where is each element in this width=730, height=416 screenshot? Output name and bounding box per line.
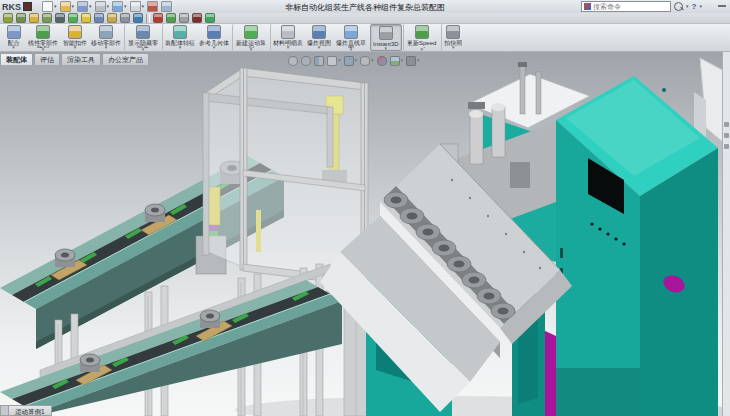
stats-icon[interactable] xyxy=(120,13,130,23)
motion-study-tab[interactable]: 运动算例1 xyxy=(9,405,52,416)
filter-vertices-icon[interactable] xyxy=(16,13,26,23)
options-icon[interactable] xyxy=(161,1,172,12)
view-orientation-icon[interactable]: ▾ xyxy=(327,56,341,66)
help-icon[interactable]: ? xyxy=(692,2,697,11)
section-properties-icon[interactable] xyxy=(94,13,104,23)
graphics-viewport[interactable]: 装配体评估渲染工具办公室产品 ▾ ▾ ▾ xyxy=(0,52,730,416)
standard-toolbar: ▾ ▾ ▾ ▾ ▾ ▾ xyxy=(42,1,172,12)
command-icon xyxy=(68,25,82,39)
view-settings-icon[interactable]: ▾ xyxy=(406,56,420,66)
equations-icon[interactable] xyxy=(55,13,65,23)
update-speedpak-button[interactable]: 更新Speedpak ▾ xyxy=(403,24,440,51)
smart-fasteners-button[interactable]: 智能扣件 ▾ xyxy=(61,24,89,51)
command-icon xyxy=(244,25,258,39)
tab-render-tools[interactable]: 渲染工具 xyxy=(61,53,101,65)
take-snapshot-button[interactable]: 拍快照 ▾ xyxy=(441,24,465,51)
app-logo: RKS xyxy=(2,2,21,12)
task-pane-icon[interactable] xyxy=(724,122,729,127)
edit-appearance-icon[interactable] xyxy=(377,56,387,66)
help-caret-icon[interactable]: ▾ xyxy=(699,4,702,9)
command-icon xyxy=(99,25,113,39)
hole-alignment-icon[interactable] xyxy=(179,13,189,23)
exploded-view-button[interactable]: 爆炸视图 ▾ xyxy=(305,24,333,51)
reference-geometry-button[interactable]: 参考几何体 ▾ xyxy=(197,24,231,51)
command-icon xyxy=(344,25,358,39)
search-text: 搜索命令 xyxy=(593,2,621,12)
command-icon xyxy=(281,25,295,39)
hide-show-items-icon[interactable]: ▾ xyxy=(360,56,374,66)
title-bar: RKS ▾ ▾ ▾ ▾ ▾ ▾ xyxy=(0,0,730,14)
command-manager: 配合 ▾ 线性零部件阵列 ▾ 智能扣件 ▾ 移动零部件 ▾ 显示隐藏零部件 ▾ … xyxy=(0,24,730,52)
assembly-visualization-icon[interactable] xyxy=(192,13,202,23)
command-icon xyxy=(136,25,150,39)
heads-up-view-toolbar: ▾ ▾ ▾ ▾ ▾ xyxy=(288,54,420,67)
instant3d-button[interactable]: Instant3D ▾ xyxy=(370,24,402,51)
minimize-button[interactable] xyxy=(718,5,726,7)
tab-office-products[interactable]: 办公室产品 xyxy=(102,53,149,65)
measure-icon[interactable] xyxy=(68,13,78,23)
show-hidden-components-button[interactable]: 显示隐藏零部件 ▾ xyxy=(124,24,161,51)
rebuild-icon[interactable] xyxy=(147,1,158,12)
tab-evaluate[interactable]: 评估 xyxy=(34,53,60,65)
tab-assembly[interactable]: 装配体 xyxy=(0,53,33,65)
open-icon[interactable]: ▾ xyxy=(60,1,75,12)
command-icon xyxy=(415,25,429,39)
filter-toggle-icon[interactable] xyxy=(3,13,13,23)
explode-line-sketch-button[interactable]: 爆炸直线草图 ▾ xyxy=(333,24,369,51)
performance-evaluation-icon[interactable] xyxy=(205,13,215,23)
linear-component-pattern-button[interactable]: 线性零部件阵列 ▾ xyxy=(25,24,61,51)
assembly-features-button[interactable]: 装配体特征 ▾ xyxy=(162,24,197,51)
task-pane-icon[interactable] xyxy=(724,133,729,138)
clearance-verification-icon[interactable] xyxy=(166,13,176,23)
toolbar-separator[interactable] xyxy=(146,14,150,23)
search-icon[interactable] xyxy=(674,2,683,11)
command-icon xyxy=(379,26,393,40)
command-icon xyxy=(7,25,21,39)
filter-edges-icon[interactable] xyxy=(29,13,39,23)
search-input[interactable]: 搜索命令 xyxy=(581,1,671,12)
model-tab-stub[interactable] xyxy=(0,405,9,416)
search-scope-caret-icon[interactable]: ▾ xyxy=(686,4,689,9)
new-document-icon[interactable]: ▾ xyxy=(42,1,57,12)
model-tabs: 运动算例1 xyxy=(0,405,52,416)
task-pane-icon[interactable] xyxy=(724,144,729,149)
new-motion-study-button[interactable]: 新建运动算例 ▾ xyxy=(232,24,269,51)
mass-properties-icon[interactable] xyxy=(81,13,91,23)
apply-scene-icon[interactable]: ▾ xyxy=(390,56,404,66)
command-icon xyxy=(446,25,460,39)
command-manager-tabs: 装配体评估渲染工具办公室产品 xyxy=(0,52,150,65)
pin-icon xyxy=(23,2,32,11)
command-icon xyxy=(207,25,221,39)
zoom-area-icon[interactable] xyxy=(301,56,311,66)
undo-icon[interactable]: ▾ xyxy=(112,1,127,12)
interference-detection-icon[interactable] xyxy=(153,13,163,23)
save-icon[interactable]: ▾ xyxy=(77,1,92,12)
command-icon xyxy=(173,25,187,39)
print-icon[interactable]: ▾ xyxy=(95,1,110,12)
task-pane-strip[interactable] xyxy=(722,52,730,416)
display-style-icon[interactable]: ▾ xyxy=(344,56,358,66)
mate-button[interactable]: 配合 ▾ xyxy=(2,24,25,51)
quick-access-toolbar xyxy=(0,13,730,24)
filter-faces-icon[interactable] xyxy=(42,13,52,23)
viewport-3d-scene[interactable] xyxy=(0,52,730,416)
move-component-button[interactable]: 移动零部件 ▾ xyxy=(89,24,123,51)
select-icon[interactable]: ▾ xyxy=(130,1,145,12)
bill-of-materials-button[interactable]: 材料明细表 ▾ xyxy=(270,24,305,51)
solidworks-badge-icon xyxy=(584,3,591,10)
sensor-icon[interactable] xyxy=(107,13,117,23)
zoom-fit-icon[interactable] xyxy=(288,56,298,66)
command-icon xyxy=(36,25,50,39)
check-entity-icon[interactable] xyxy=(133,13,143,23)
section-view-icon[interactable] xyxy=(314,56,324,66)
command-icon xyxy=(312,25,326,39)
